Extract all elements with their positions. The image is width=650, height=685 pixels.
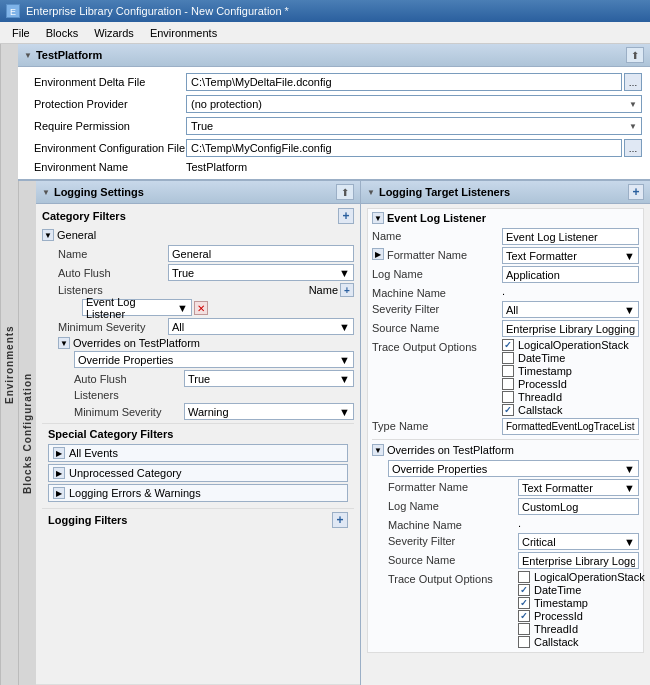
cb2-processid-box[interactable]: ✓ [518, 610, 530, 622]
ltl-prop-override-trace: Trace Output Options LogicalOperationSta… [388, 570, 639, 649]
cb2-timestamp-box[interactable]: ✓ [518, 597, 530, 609]
prop-value-autoflush2: True ▼ [184, 370, 354, 387]
ltl-input-name[interactable] [502, 228, 639, 245]
cb-threadid-box[interactable] [502, 391, 514, 403]
add-logging-filter-btn[interactable]: + [332, 512, 348, 528]
dropdown-arrow-icon: ▼ [339, 373, 350, 385]
ltl-prop-override-machinename: Machine Name . [388, 516, 639, 532]
prop-input-name[interactable] [168, 245, 354, 262]
sc-label-unprocessed: Unprocessed Category [69, 467, 182, 479]
prop-row-overrides-value: Override Properties ▼ [74, 350, 354, 369]
cb-logical-op-stack-box[interactable]: ✓ [502, 339, 514, 351]
cb2-threadid: ThreadId [518, 623, 645, 635]
blocks-config-inner: ▼ Logging Settings ⬆ Category Filters + [36, 181, 650, 685]
cb-callstack: ✓ Callstack [502, 404, 639, 416]
ltl-dropdown-override-value[interactable]: Override Properties ▼ [388, 460, 639, 477]
env-input-delta-file[interactable] [186, 73, 622, 91]
trace-options-checkboxes: ✓ LogicalOperationStack DateTime [502, 339, 639, 416]
category-filters-title: Category Filters [42, 210, 126, 222]
ltl-prop-formatter: ▶ Formatter Name Text Formatter ▼ [372, 246, 639, 265]
ltl-label-formatter: Formatter Name [387, 247, 467, 261]
cb-callstack-label: Callstack [518, 404, 563, 416]
browse-config-file-btn[interactable]: … [624, 139, 642, 157]
ltl-dropdown-override-severity[interactable]: Critical ▼ [518, 533, 639, 550]
env-dropdown-protection-provider[interactable]: (no protection) ▼ [186, 95, 642, 113]
cb2-datetime-box[interactable]: ✓ [518, 584, 530, 596]
general-expand-btn[interactable]: ▼ [42, 229, 54, 241]
overrides-expand-btn[interactable]: ▼ [58, 337, 70, 349]
ltl-dropdown-severity[interactable]: All ▼ [502, 301, 639, 318]
ltl-input-override-logname[interactable] [518, 498, 639, 515]
cb-timestamp-label: Timestamp [518, 365, 572, 377]
cb-callstack-box[interactable]: ✓ [502, 404, 514, 416]
env-dropdown-require-permission[interactable]: True ▼ [186, 117, 642, 135]
ltl-label-override-machinename: Machine Name [388, 517, 518, 531]
prop-dropdown-minseverity[interactable]: All ▼ [168, 318, 354, 335]
ltl-prop-trace-options: Trace Output Options ✓ LogicalOperationS… [372, 338, 639, 417]
blocks-config-area: Blocks Configuration ▼ Logging Settings … [18, 181, 650, 685]
dropdown-arrow-icon: ▼ [629, 122, 637, 131]
ltl-prop-sourcename: Source Name [372, 319, 639, 338]
add-target-listener-btn[interactable]: + [628, 184, 644, 200]
ltl-dropdown-formatter[interactable]: Text Formatter ▼ [502, 247, 639, 264]
remove-listener-btn[interactable]: ✕ [194, 301, 208, 315]
sc-item-logging-errors[interactable]: ▶ Logging Errors & Warnings [48, 484, 348, 502]
menu-wizards[interactable]: Wizards [86, 25, 142, 41]
sc-expand-all-events[interactable]: ▶ [53, 447, 65, 459]
formatter-expand-btn[interactable]: ▶ [372, 248, 384, 260]
cb2-callstack-box[interactable] [518, 636, 530, 648]
cb-timestamp-box[interactable] [502, 365, 514, 377]
sc-expand-unprocessed[interactable]: ▶ [53, 467, 65, 479]
content-area: ▼ TestPlatform ⬆ Environment Delta File … [18, 44, 650, 685]
add-listener-btn[interactable]: + [340, 283, 354, 297]
ltl-input-typename[interactable] [502, 418, 639, 435]
prop-dropdown-autoflush2[interactable]: True ▼ [184, 370, 354, 387]
dropdown-arrow-icon: ▼ [177, 302, 188, 314]
sc-item-unprocessed[interactable]: ▶ Unprocessed Category [48, 464, 348, 482]
menu-file[interactable]: File [4, 25, 38, 41]
divider [372, 439, 639, 440]
prop-row-autoflush2: Auto Flush True ▼ [74, 369, 354, 388]
env-input-config-file[interactable] [186, 139, 622, 157]
listeners-name-label: Name [309, 284, 338, 296]
ltl-label-trace-options: Trace Output Options [372, 339, 502, 353]
cb-datetime-box[interactable] [502, 352, 514, 364]
ltl-input-logname[interactable] [502, 266, 639, 283]
menu-blocks[interactable]: Blocks [38, 25, 86, 41]
overrides-label-eventlog: Overrides on TestPlatform [387, 444, 514, 456]
browse-delta-file-btn[interactable]: … [624, 73, 642, 91]
prop-dropdown-autoflush[interactable]: True ▼ [168, 264, 354, 281]
environments-collapse-btn[interactable]: ⬆ [626, 47, 644, 63]
ltl-input-override-sourcename[interactable] [518, 552, 639, 569]
prop-dropdown-minseverity2[interactable]: Warning ▼ [184, 403, 354, 420]
ltl-dropdown-override-formatter[interactable]: Text Formatter ▼ [518, 479, 639, 496]
dropdown-arrow-icon: ▼ [339, 354, 350, 366]
ltl-value-override-formatter: Text Formatter ▼ [518, 479, 639, 496]
sc-item-all-events[interactable]: ▶ All Events [48, 444, 348, 462]
sc-expand-logging-errors[interactable]: ▶ [53, 487, 65, 499]
lb-expand-eventlog[interactable]: ▼ [372, 212, 384, 224]
cb-processid-box[interactable] [502, 378, 514, 390]
dropdown-arrow-icon: ▼ [339, 406, 350, 418]
cb2-logical-op-stack-box[interactable] [518, 571, 530, 583]
ltl-label-sourcename: Source Name [372, 320, 502, 334]
overrides-expand-eventlog[interactable]: ▼ [372, 444, 384, 456]
cb2-threadid-box[interactable] [518, 623, 530, 635]
ltl-value-machinename: . [502, 285, 639, 297]
cb-logical-op-stack: ✓ LogicalOperationStack [502, 339, 639, 351]
overrides-label: Overrides on TestPlatform [73, 337, 200, 349]
ltl-label-override-sourcename: Source Name [388, 552, 518, 566]
prop-dropdown-overrides[interactable]: Override Properties ▼ [74, 351, 354, 368]
ltl-prop-override-logname: Log Name [388, 497, 639, 516]
logging-settings-title: ▼ Logging Settings [42, 186, 144, 198]
env-row-env-name: Environment Name TestPlatform [26, 159, 642, 175]
env-value-delta-file: … [186, 73, 642, 91]
env-row-delta-file: Environment Delta File … [26, 71, 642, 93]
ltl-value-override-severity: Critical ▼ [518, 533, 639, 550]
ltl-input-sourcename[interactable] [502, 320, 639, 337]
overrides-header-general: ▼ Overrides on TestPlatform [58, 336, 354, 350]
add-category-filter-btn[interactable]: + [338, 208, 354, 224]
listener-dropdown-eventlog[interactable]: Event Log Listener ▼ [82, 299, 192, 316]
logging-settings-collapse-btn[interactable]: ⬆ [336, 184, 354, 200]
menu-environments[interactable]: Environments [142, 25, 225, 41]
